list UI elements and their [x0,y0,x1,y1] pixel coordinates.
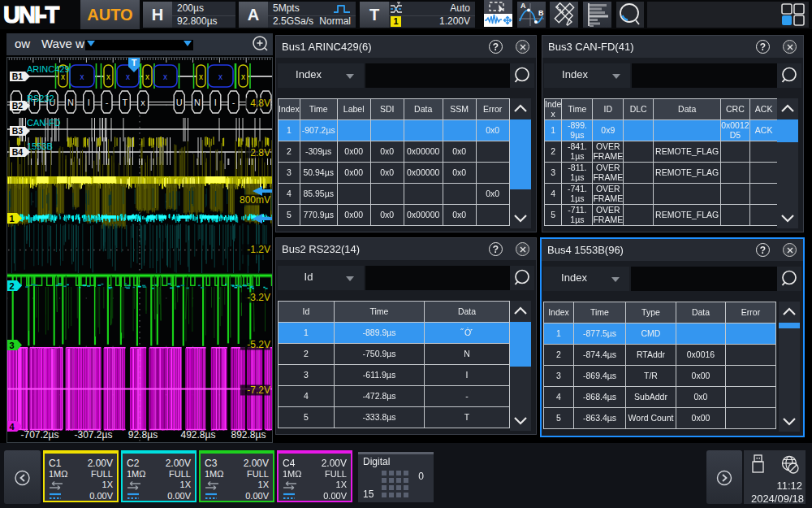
svg-text:x: x [140,98,145,107]
svg-text:N: N [67,98,74,107]
svg-text:1553B: 1553B [27,141,53,151]
svg-text:-3.2V: -3.2V [247,292,270,303]
svg-text:x: x [145,72,149,81]
svg-text:-: - [232,98,235,107]
svg-text:B4: B4 [12,147,24,157]
svg-text:x: x [163,72,167,81]
svg-text:3: 3 [9,341,14,350]
svg-text:U: U [176,98,183,107]
svg-text:892.8µs: 892.8µs [231,429,266,441]
svg-text:B1: B1 [12,72,24,81]
svg-text:T: T [122,98,127,107]
svg-text:-307.2µs: -307.2µs [75,429,113,441]
svg-text:-: - [106,98,109,107]
svg-text:92.8µs: 92.8µs [128,429,158,441]
svg-text:-1.2V: -1.2V [247,244,270,255]
svg-text:492.8µs: 492.8µs [181,429,216,441]
svg-text:B3: B3 [12,126,24,136]
svg-text:x: x [106,72,110,81]
svg-text:x: x [218,72,222,81]
svg-text:4.8V: 4.8V [250,98,270,109]
svg-text:x: x [126,72,130,81]
svg-text:CAN-FD: CAN-FD [27,118,61,128]
svg-text:B2: B2 [12,101,24,111]
svg-text:2: 2 [9,281,14,291]
svg-text:2.8V: 2.8V [250,147,270,158]
svg-text:UNI-T: UNI-T [3,2,60,28]
svg-text:-7.2V: -7.2V [247,384,270,396]
svg-text:x: x [199,72,203,81]
svg-text:ARINC429: ARINC429 [27,64,70,74]
svg-text:T: T [132,58,137,67]
svg-text:x: x [241,72,245,81]
svg-text:x: x [80,72,84,81]
svg-text:-5.2V: -5.2V [247,339,270,350]
svg-text:RS232: RS232 [27,93,54,103]
svg-text:N: N [194,98,201,107]
svg-text:-707.2µs: -707.2µs [21,429,59,441]
svg-text:I: I [88,98,90,107]
svg-text:800mV: 800mV [240,194,270,206]
svg-text:4: 4 [9,422,15,432]
svg-text:1: 1 [9,214,14,224]
svg-text:I: I [214,98,217,107]
